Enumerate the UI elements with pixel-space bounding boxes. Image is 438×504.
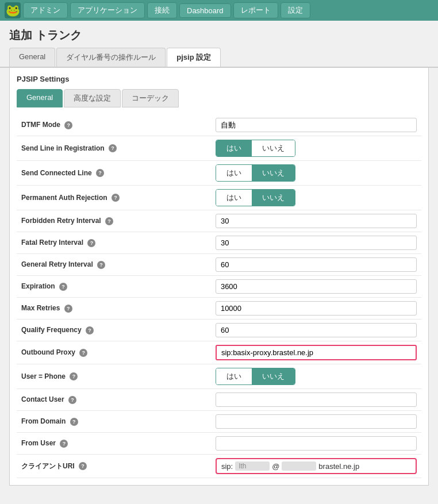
row-qualify-frequency: Qualify Frequency ? bbox=[17, 320, 421, 341]
help-from-user[interactable]: ? bbox=[60, 440, 68, 448]
help-send-connected-line[interactable]: ? bbox=[96, 169, 104, 177]
help-client-uri[interactable]: ? bbox=[79, 462, 87, 470]
input-from-domain[interactable] bbox=[216, 414, 417, 429]
nav-application-button[interactable]: アプリケーション bbox=[70, 2, 145, 18]
toggle-permanent-auth-yes[interactable]: はい bbox=[216, 190, 252, 206]
nav-admin-button[interactable]: アドミン bbox=[23, 2, 68, 18]
nav-report-button[interactable]: レポート bbox=[233, 2, 278, 18]
input-expiration[interactable] bbox=[216, 279, 417, 294]
label-expiration: Expiration bbox=[21, 282, 55, 290]
tab-dial-rules[interactable]: ダイヤル番号の操作ルール bbox=[56, 48, 166, 67]
label-dtmf-mode: DTMF Mode bbox=[21, 121, 60, 129]
help-expiration[interactable]: ? bbox=[59, 283, 67, 291]
row-fatal-retry: Fatal Retry Interval ? bbox=[17, 232, 421, 254]
label-from-domain: From Domain bbox=[21, 417, 66, 425]
help-forbidden-retry[interactable]: ? bbox=[105, 217, 113, 225]
row-forbidden-retry: Forbidden Retry Interval ? bbox=[17, 210, 421, 232]
logo: 🐸 bbox=[5, 2, 21, 18]
toggle-send-connected-line: はい いいえ bbox=[216, 164, 295, 182]
toggle-send-line-reg-yes[interactable]: はい bbox=[216, 140, 252, 156]
page-title: 追加 トランク bbox=[0, 21, 438, 48]
row-from-user: From User ? bbox=[17, 433, 421, 455]
toggle-permanent-auth: はい いいえ bbox=[216, 189, 295, 206]
label-qualify-frequency: Qualify Frequency bbox=[21, 326, 82, 334]
row-permanent-auth: Permanent Auth Rejection ? はい いいえ bbox=[17, 186, 421, 210]
help-permanent-auth[interactable]: ? bbox=[112, 194, 120, 202]
outer-tabs: General ダイヤル番号の操作ルール pjsip 設定 bbox=[0, 48, 438, 68]
input-qualify-frequency[interactable] bbox=[216, 323, 417, 337]
row-from-domain: From Domain ? bbox=[17, 411, 421, 433]
tab-pjsip[interactable]: pjsip 設定 bbox=[167, 48, 221, 67]
row-general-retry: General Retry Interval ? bbox=[17, 254, 421, 276]
help-from-domain[interactable]: ? bbox=[70, 418, 78, 426]
toggle-send-connected-line-yes[interactable]: はい bbox=[216, 165, 252, 181]
help-contact-user[interactable]: ? bbox=[68, 396, 76, 404]
toggle-permanent-auth-no[interactable]: いいえ bbox=[252, 190, 295, 206]
row-contact-user: Contact User ? bbox=[17, 389, 421, 411]
help-outbound-proxy[interactable]: ? bbox=[79, 349, 87, 357]
toggle-send-line-reg-no[interactable]: いいえ bbox=[252, 140, 295, 156]
inner-tab-advanced[interactable]: 高度な設定 bbox=[64, 89, 121, 107]
help-general-retry[interactable]: ? bbox=[97, 261, 105, 269]
label-permanent-auth: Permanent Auth Rejection bbox=[21, 194, 107, 202]
label-general-retry: General Retry Interval bbox=[21, 260, 93, 268]
row-dtmf-mode: DTMF Mode ? bbox=[17, 114, 421, 136]
toggle-user-phone-no[interactable]: いいえ bbox=[252, 368, 295, 384]
label-from-user: From User bbox=[21, 439, 56, 447]
row-max-retries: Max Retries ? bbox=[17, 298, 421, 320]
help-qualify-frequency[interactable]: ? bbox=[86, 326, 94, 334]
input-max-retries[interactable] bbox=[216, 301, 417, 316]
input-general-retry[interactable] bbox=[216, 257, 417, 272]
row-send-line-reg: Send Line in Registration ? はい いいえ bbox=[17, 136, 421, 161]
row-expiration: Expiration ? bbox=[17, 276, 421, 298]
label-user-phone: User = Phone bbox=[21, 372, 66, 380]
help-max-retries[interactable]: ? bbox=[64, 305, 72, 313]
label-forbidden-retry: Forbidden Retry Interval bbox=[21, 217, 101, 225]
label-fatal-retry: Fatal Retry Interval bbox=[21, 238, 83, 247]
row-outbound-proxy: Outbound Proxy ? bbox=[17, 341, 421, 364]
form-table: DTMF Mode ? Send Line in Registration ? … bbox=[17, 114, 421, 478]
label-contact-user: Contact User bbox=[21, 395, 64, 403]
label-max-retries: Max Retries bbox=[21, 304, 60, 312]
inner-tab-general[interactable]: General bbox=[17, 89, 63, 107]
label-send-connected-line: Send Connected Line bbox=[21, 169, 92, 177]
input-forbidden-retry[interactable] bbox=[216, 214, 417, 228]
client-uri-container[interactable]: sip: Ith @ brastel.ne.jp bbox=[216, 458, 417, 474]
help-fatal-retry[interactable]: ? bbox=[87, 239, 95, 247]
row-client-uri: クライアントURI ? sip: Ith @ brastel.ne.jp bbox=[17, 455, 421, 478]
inner-tabs: General 高度な設定 コーデック bbox=[17, 89, 421, 107]
toggle-send-line-reg: はい いいえ bbox=[216, 140, 295, 157]
input-contact-user[interactable] bbox=[216, 393, 417, 407]
input-from-user[interactable] bbox=[216, 436, 417, 451]
input-fatal-retry[interactable] bbox=[216, 236, 417, 250]
client-uri-prefix: sip: bbox=[221, 462, 233, 471]
pjsip-section-title: PJSIP Settings bbox=[17, 75, 421, 83]
row-user-phone: User = Phone ? はい いいえ bbox=[17, 364, 421, 389]
pjsip-section: PJSIP Settings General 高度な設定 コーデック DTMF … bbox=[9, 68, 429, 486]
tab-general[interactable]: General bbox=[9, 48, 55, 67]
toggle-user-phone-yes[interactable]: はい bbox=[216, 368, 252, 384]
help-dtmf-mode[interactable]: ? bbox=[64, 121, 72, 129]
toggle-user-phone: はい いいえ bbox=[216, 368, 295, 385]
input-dtmf-mode[interactable] bbox=[216, 118, 417, 132]
label-client-uri: クライアントURI bbox=[21, 462, 75, 470]
nav-dashboard-button[interactable]: Dashboard bbox=[179, 3, 231, 18]
label-send-line-reg: Send Line in Registration bbox=[21, 144, 105, 152]
help-user-phone[interactable]: ? bbox=[70, 372, 78, 380]
frog-icon: 🐸 bbox=[6, 3, 20, 17]
client-uri-at: @ bbox=[272, 462, 279, 471]
inner-tab-codec[interactable]: コーデック bbox=[122, 89, 179, 107]
input-outbound-proxy[interactable] bbox=[216, 345, 417, 360]
help-send-line-reg[interactable]: ? bbox=[109, 144, 117, 152]
nav-settings-button[interactable]: 設定 bbox=[281, 2, 310, 18]
label-outbound-proxy: Outbound Proxy bbox=[21, 348, 75, 356]
row-send-connected-line: Send Connected Line ? はい いいえ bbox=[17, 161, 421, 186]
client-uri-middle: Ith bbox=[235, 461, 270, 471]
toggle-send-connected-line-no[interactable]: いいえ bbox=[252, 165, 295, 181]
top-nav: 🐸 アドミン アプリケーション 接続 Dashboard レポート 設定 bbox=[0, 0, 438, 21]
client-uri-suffix bbox=[282, 461, 316, 471]
client-uri-domain: brastel.ne.jp bbox=[318, 462, 359, 471]
nav-connection-button[interactable]: 接続 bbox=[147, 2, 177, 18]
